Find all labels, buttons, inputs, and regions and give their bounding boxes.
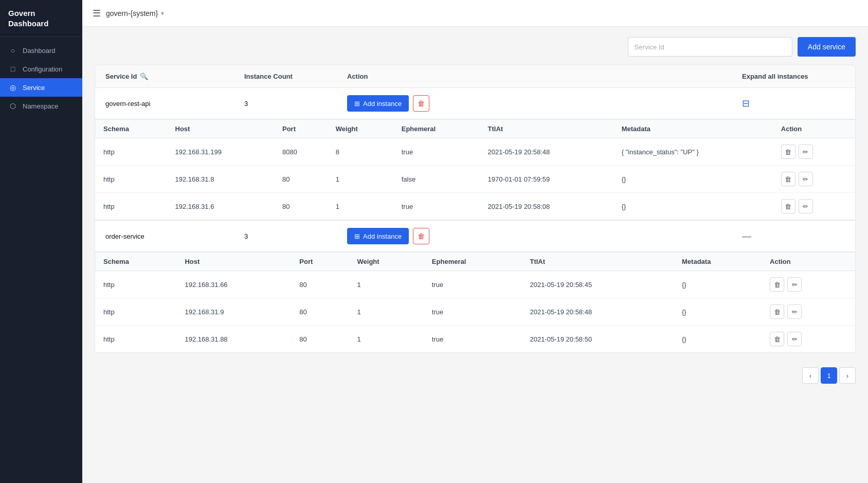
th-schema: Schema — [95, 120, 167, 138]
app-logo: Govern Dashboard — [0, 0, 82, 37]
row-edit-button[interactable]: ✏ — [799, 172, 813, 186]
cell-weight: 1 — [349, 271, 424, 298]
cell-row-actions: 🗑 ✏ — [762, 271, 855, 298]
service-row-order-service: order-service 3 ⊞ Add instance 🗑 — — [95, 220, 855, 252]
cell-schema: http — [95, 166, 167, 193]
th-port: Port — [274, 120, 328, 138]
expand-cell-1[interactable]: ⊟ — [742, 98, 845, 109]
row-delete-button[interactable]: 🗑 — [781, 145, 795, 159]
configuration-icon: □ — [8, 65, 17, 73]
cell-ephemeral: false — [393, 166, 480, 193]
row-delete-button[interactable]: 🗑 — [781, 199, 795, 213]
cell-metadata: {} — [674, 326, 762, 353]
th-metadata-2: Metadata — [674, 253, 762, 271]
cell-ttl-at: 2021-05-19 20:58:48 — [480, 138, 613, 166]
row-delete-button[interactable]: 🗑 — [770, 305, 784, 319]
cell-weight: 1 — [349, 298, 424, 326]
row-delete-button[interactable]: 🗑 — [770, 277, 784, 292]
cell-schema: http — [95, 326, 176, 353]
breadcrumb: govern-{system} ▾ — [106, 9, 164, 17]
cell-host: 192.168.31.199 — [167, 138, 275, 166]
cell-port: 80 — [291, 298, 349, 326]
cell-host: 192.168.31.88 — [176, 326, 291, 353]
cell-ttl-at: 2021-05-19 20:58:08 — [480, 193, 613, 220]
sidebar-item-dashboard[interactable]: ○ Dashboard — [0, 41, 82, 60]
sidebar-item-label: Configuration — [23, 65, 62, 73]
sidebar-item-label: Namespace — [23, 102, 58, 110]
collapse-icon[interactable]: ⊟ — [742, 98, 750, 109]
sidebar: Govern Dashboard ○ Dashboard □ Configura… — [0, 0, 82, 483]
row-edit-button[interactable]: ✏ — [799, 199, 813, 213]
dashboard-icon: ○ — [8, 46, 17, 55]
sidebar-item-label: Service — [23, 84, 45, 92]
service-id-value: order-service — [105, 232, 244, 240]
add-service-button[interactable]: Add service — [798, 37, 856, 57]
sidebar-item-service[interactable]: ◎ Service — [0, 78, 82, 97]
cell-metadata: {} — [674, 298, 762, 326]
cell-weight: 1 — [349, 326, 424, 353]
table-row: http 192.168.31.9 80 1 true 2021-05-19 2… — [95, 298, 855, 326]
sidebar-item-namespace[interactable]: ⬡ Namespace — [0, 97, 82, 115]
cell-ephemeral: true — [424, 271, 522, 298]
next-page-button[interactable]: › — [839, 367, 856, 384]
cell-host: 192.168.31.66 — [176, 271, 291, 298]
prev-page-button[interactable]: ‹ — [802, 367, 819, 384]
row-edit-button[interactable]: ✏ — [799, 145, 813, 159]
row-edit-button[interactable]: ✏ — [787, 305, 802, 319]
cell-row-actions: 🗑 ✏ — [773, 138, 855, 166]
cell-ttl-at: 1970-01-01 07:59:59 — [480, 166, 613, 193]
cell-schema: http — [95, 138, 167, 166]
delete-service-button-1[interactable]: 🗑 — [413, 95, 429, 112]
th-ephemeral-2: Ephemeral — [424, 253, 522, 271]
table-row: http 192.168.31.8 80 1 false 1970-01-01 … — [95, 166, 855, 193]
th-weight-2: Weight — [349, 253, 424, 271]
breadcrumb-text: govern-{system} — [106, 9, 158, 17]
trash-icon: 🗑 — [418, 232, 425, 240]
cell-port: 80 — [274, 166, 328, 193]
table-row: http 192.168.31.6 80 1 true 2021-05-19 2… — [95, 193, 855, 220]
instance-count-value: 3 — [244, 100, 347, 108]
pagination: ‹ 1 › — [95, 361, 856, 390]
th-host: Host — [167, 120, 275, 138]
cell-port: 80 — [274, 193, 328, 220]
collapse-dash-icon[interactable]: — — [742, 231, 751, 241]
add-instance-button-1[interactable]: ⊞ Add instance — [347, 95, 409, 112]
service-id-search-input[interactable] — [628, 37, 792, 57]
service-table-card: Service Id 🔍 Instance Count Action Expan… — [95, 65, 856, 353]
row-edit-button[interactable]: ✏ — [787, 332, 802, 346]
service-id-value: govern-rest-api — [105, 100, 244, 108]
topbar: ☰ govern-{system} ▾ — [82, 0, 868, 27]
table-row: http 192.168.31.66 80 1 true 2021-05-19 … — [95, 271, 855, 298]
sidebar-item-configuration[interactable]: □ Configuration — [0, 60, 82, 78]
cell-metadata: {} — [613, 193, 773, 220]
chevron-down-icon: ▾ — [161, 10, 164, 17]
cell-metadata: {} — [674, 271, 762, 298]
instance-table-1: Schema Host Port Weight Ephemeral TtlAt … — [95, 119, 855, 220]
th-host-2: Host — [176, 253, 291, 271]
cell-ttl-at: 2021-05-19 20:58:45 — [521, 271, 674, 298]
service-table-header: Service Id 🔍 Instance Count Action Expan… — [95, 65, 855, 88]
th-action-2: Action — [762, 253, 855, 271]
add-instance-button-2[interactable]: ⊞ Add instance — [347, 228, 409, 244]
expand-cell-2[interactable]: — — [742, 231, 845, 242]
grid-icon: ⊞ — [354, 232, 360, 240]
delete-service-button-2[interactable]: 🗑 — [413, 228, 429, 244]
cell-weight: 1 — [328, 193, 393, 220]
th-port-2: Port — [291, 253, 349, 271]
search-icon[interactable]: 🔍 — [140, 73, 148, 80]
menu-icon[interactable]: ☰ — [93, 8, 101, 19]
instance-count-value: 3 — [244, 232, 347, 240]
cell-metadata: {} — [613, 166, 773, 193]
row-delete-button[interactable]: 🗑 — [781, 172, 795, 186]
grid-icon: ⊞ — [354, 100, 360, 108]
page-1-button[interactable]: 1 — [821, 367, 837, 384]
namespace-icon: ⬡ — [8, 102, 17, 110]
col-action: Action — [347, 73, 742, 80]
cell-schema: http — [95, 271, 176, 298]
service-action-cell: ⊞ Add instance 🗑 — [347, 95, 742, 112]
row-delete-button[interactable]: 🗑 — [770, 332, 784, 346]
content-area: Add service Service Id 🔍 Instance Count … — [82, 27, 868, 483]
service-row-govern-rest-api: govern-rest-api 3 ⊞ Add instance 🗑 ⊟ — [95, 88, 855, 119]
row-edit-button[interactable]: ✏ — [787, 277, 802, 292]
cell-port: 8080 — [274, 138, 328, 166]
